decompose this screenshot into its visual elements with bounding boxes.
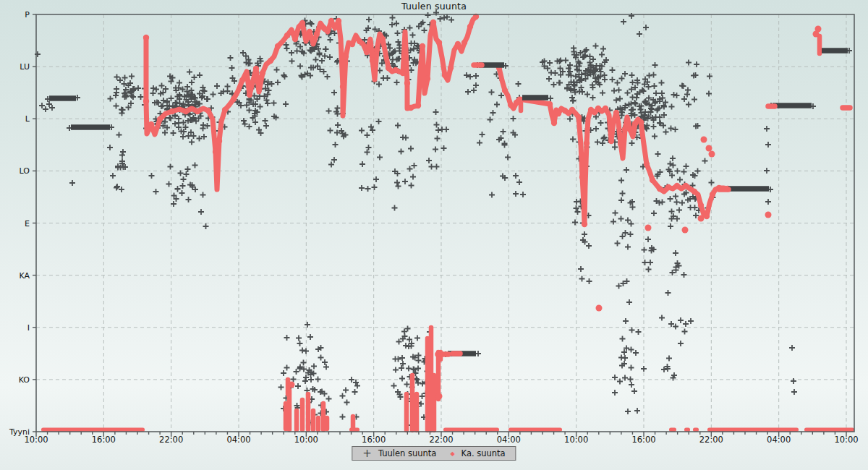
plus-marker-icon: + xyxy=(362,450,372,457)
x-tick-label: 10:00 xyxy=(294,435,318,445)
x-tick-label: 10:00 xyxy=(834,435,858,445)
y-tick-label: Tyyni xyxy=(9,427,30,437)
chart-canvas: 10:0016:0022:0004:0010:0016:0022:0004:00… xyxy=(0,0,868,470)
x-tick-label: 22:00 xyxy=(699,435,723,445)
y-tick-label: E xyxy=(25,219,30,228)
x-tick-label: 10:00 xyxy=(564,435,588,445)
legend-label-avg: Ka. suunta xyxy=(461,448,506,458)
x-tick-label: 04:00 xyxy=(497,435,521,445)
x-tick-label: 16:00 xyxy=(92,435,116,445)
x-tick-label: 16:00 xyxy=(362,435,386,445)
chart-legend: + Tuulen suunta ◆ Ka. suunta xyxy=(352,446,516,461)
x-tick-label: 22:00 xyxy=(429,435,453,445)
wind-direction-chart: Tuulen suunta 10:0016:0022:0004:0010:001… xyxy=(0,0,868,470)
y-tick-label: KA xyxy=(19,271,30,281)
wind-direction-bars xyxy=(49,51,848,354)
y-tick-label: L xyxy=(25,114,30,124)
legend-label-wind: Tuulen suunta xyxy=(378,448,443,458)
avg-direction-series xyxy=(41,14,854,432)
y-tick-label: LU xyxy=(20,62,30,72)
x-tick-label: 16:00 xyxy=(631,435,655,445)
y-tick-label: I xyxy=(27,323,30,333)
x-tick-label: 04:00 xyxy=(226,435,250,445)
x-axis-labels: 10:0016:0022:0004:0010:0016:0022:0004:00… xyxy=(24,435,858,445)
y-tick-label: P xyxy=(25,10,30,20)
x-tick-label: 04:00 xyxy=(767,435,791,445)
diamond-marker-icon: ◆ xyxy=(450,450,454,457)
y-tick-label: LO xyxy=(20,166,30,176)
x-tick-label: 22:00 xyxy=(159,435,183,445)
y-axis-labels: PLULLOEKAIKOTyyni xyxy=(9,10,30,437)
y-tick-label: KO xyxy=(19,375,30,385)
